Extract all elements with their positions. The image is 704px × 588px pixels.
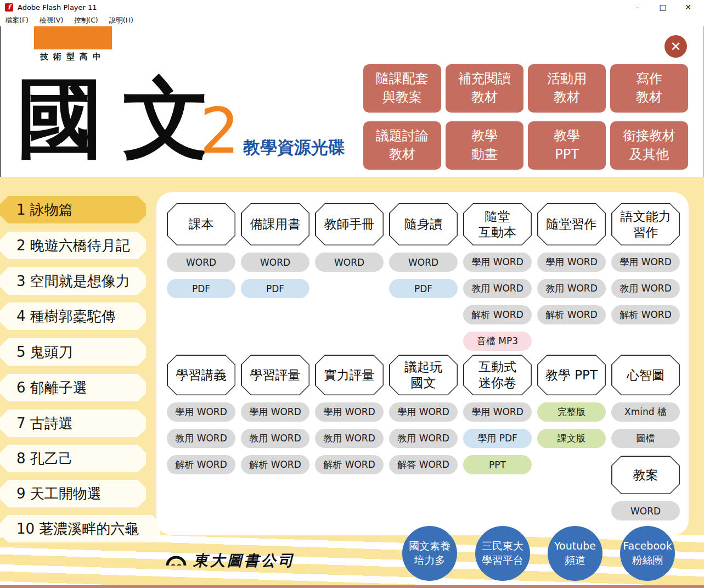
menu-file[interactable]: 檔案(F) bbox=[5, 16, 29, 25]
btn-ls-student-word[interactable]: 學用 WORD bbox=[611, 253, 680, 272]
column-interactive-mini-quiz: 互動式 迷你卷 學用 WORD 學用 PDF PPT bbox=[463, 355, 532, 520]
resource-row-1: 課本 WORD PDF 備課用書 WORD PDF 教師手冊 WORD 隨身讀 … bbox=[167, 203, 680, 351]
minimize-button[interactable]: – bbox=[625, 0, 650, 14]
header-line: 隨堂習作 bbox=[547, 216, 597, 232]
btn-ability-teacher-word[interactable]: 教用 WORD bbox=[315, 429, 384, 448]
btn-bridging-materials[interactable]: 銜接教材 及其他 bbox=[610, 121, 688, 170]
btn-cw-teacher-word[interactable]: 教用 WORD bbox=[537, 279, 606, 298]
btn-assess-student-word[interactable]: 學用 WORD bbox=[241, 402, 309, 422]
btn-lesson-plan-word[interactable]: WORD bbox=[611, 501, 680, 520]
sidebar-item-lesson-4[interactable]: 4 種樹郭橐駝傳 bbox=[0, 303, 146, 330]
btn-line: 隨課配套 bbox=[376, 70, 429, 88]
sidebar-item-lesson-7[interactable]: 7 古詩選 bbox=[0, 410, 146, 437]
btn-topic-discussion[interactable]: 議題討論 教材 bbox=[363, 121, 441, 170]
window-title: Adobe Flash Player 11 bbox=[18, 3, 97, 12]
header-line: 互動本 bbox=[478, 225, 516, 240]
flash-player-icon: f bbox=[5, 3, 13, 12]
header-line: 備課用書 bbox=[250, 216, 301, 232]
column-teaching-ppt: 教學 PPT 完整版 課文版 bbox=[537, 355, 606, 520]
column-class-workbook: 隨堂習作 學用 WORD 教用 WORD 解析 WORD bbox=[537, 203, 606, 351]
btn-assess-teacher-word[interactable]: 教用 WORD bbox=[241, 429, 309, 448]
btn-handout-student-word[interactable]: 學用 WORD bbox=[167, 402, 235, 422]
btn-ppt-text-version[interactable]: 課文版 bbox=[537, 429, 606, 448]
sidebar-item-lesson-9[interactable]: 9 天工開物選 bbox=[0, 480, 146, 507]
close-icon[interactable]: ✕ bbox=[664, 35, 687, 58]
btn-fun-student-word[interactable]: 學用 WORD bbox=[389, 402, 458, 422]
window-close-button[interactable]: ✕ bbox=[675, 0, 701, 14]
sidebar-item-lesson-5[interactable]: 5 鬼頭刀 bbox=[0, 338, 146, 366]
link-youtube-channel[interactable]: Youtube 頻道 bbox=[548, 526, 602, 581]
column-interactive-workbook: 隨堂 互動本 學用 WORD 教用 WORD 解析 WORD 音檔 MP3 bbox=[463, 203, 532, 351]
header-line: 心智圖 bbox=[627, 367, 664, 383]
btn-line: 活動用 bbox=[547, 70, 587, 88]
link-learning-platform[interactable]: 三民東大 學習平台 bbox=[475, 526, 530, 581]
circle-line: 學習平台 bbox=[482, 553, 523, 568]
btn-cw-analysis-word[interactable]: 解析 WORD bbox=[537, 305, 606, 324]
btn-ppt-full-version[interactable]: 完整版 bbox=[537, 402, 606, 422]
btn-ls-analysis-word[interactable]: 解析 WORD bbox=[611, 305, 680, 324]
btn-ability-analysis-word[interactable]: 解析 WORD bbox=[315, 455, 384, 474]
btn-line: 教材 bbox=[554, 88, 580, 107]
menu-bar: 檔案(F) 檢視(V) 控制(C) 說明(H) bbox=[0, 14, 704, 26]
header-line: 國文 bbox=[411, 375, 436, 391]
sidebar-item-lesson-10[interactable]: 10 荖濃溪畔的六龜 bbox=[0, 515, 160, 542]
header-lesson-plan: 教案 bbox=[611, 456, 680, 494]
btn-quiz-student-pdf[interactable]: 學用 PDF bbox=[463, 429, 532, 448]
maximize-button[interactable]: □ bbox=[650, 0, 675, 14]
btn-ability-student-word[interactable]: 學用 WORD bbox=[315, 402, 384, 422]
btn-writing-materials[interactable]: 寫作 教材 bbox=[610, 64, 688, 113]
btn-reader-word[interactable]: WORD bbox=[389, 253, 458, 272]
link-chinese-literacy[interactable]: 國文素養 培力多 bbox=[402, 526, 457, 581]
column-teacher-manual: 教師手冊 WORD bbox=[315, 203, 384, 351]
sidebar-item-lesson-1[interactable]: 1 詠物篇 bbox=[0, 196, 146, 223]
btn-activity-materials[interactable]: 活動用 教材 bbox=[528, 64, 606, 113]
btn-assess-analysis-word[interactable]: 解析 WORD bbox=[241, 455, 309, 474]
btn-prep-word[interactable]: WORD bbox=[241, 253, 309, 272]
btn-fun-teacher-word[interactable]: 教用 WORD bbox=[389, 429, 458, 448]
sidebar-item-lesson-3[interactable]: 3 空間就是想像力 bbox=[0, 267, 146, 295]
btn-lesson-package[interactable]: 隨課配套 與教案 bbox=[363, 64, 441, 113]
menu-view[interactable]: 檢視(V) bbox=[40, 16, 63, 25]
btn-prep-pdf[interactable]: PDF bbox=[241, 279, 309, 298]
btn-quiz-student-word[interactable]: 學用 WORD bbox=[463, 402, 532, 422]
btn-line: PPT bbox=[555, 145, 579, 164]
circle-line: 三民東大 bbox=[482, 539, 523, 553]
btn-ls-teacher-word[interactable]: 教用 WORD bbox=[611, 279, 680, 298]
btn-textbook-word[interactable]: WORD bbox=[167, 253, 235, 272]
menu-control[interactable]: 控制(C) bbox=[74, 16, 98, 25]
btn-teaching-ppt[interactable]: 教學 PPT bbox=[528, 121, 606, 170]
sidebar-item-lesson-6[interactable]: 6 郁離子選 bbox=[0, 374, 146, 401]
page-title: 國文 bbox=[16, 68, 229, 168]
title-bar: f Adobe Flash Player 11 – □ ✕ bbox=[0, 0, 704, 14]
btn-fun-answer-word[interactable]: 解答 WORD bbox=[389, 455, 458, 474]
btn-iwb-audio-mp3[interactable]: 音檔 MP3 bbox=[463, 332, 532, 351]
btn-iwb-teacher-word[interactable]: 教用 WORD bbox=[463, 279, 532, 298]
btn-cw-student-word[interactable]: 學用 WORD bbox=[537, 253, 606, 272]
header-textbook: 課本 bbox=[167, 203, 235, 245]
disc-subtitle: 教學資源光碟 bbox=[243, 136, 345, 159]
sidebar-item-lesson-8[interactable]: 8 孔乙己 bbox=[0, 445, 146, 472]
publisher-name: 東大圖書公司 bbox=[193, 551, 295, 570]
header-line: 教師手冊 bbox=[324, 216, 375, 232]
btn-quiz-ppt[interactable]: PPT bbox=[463, 455, 532, 474]
menu-help[interactable]: 說明(H) bbox=[109, 16, 133, 25]
link-facebook-fans[interactable]: Facebook 粉絲團 bbox=[620, 526, 675, 581]
btn-manual-word[interactable]: WORD bbox=[315, 253, 384, 272]
resource-panel: 課本 WORD PDF 備課用書 WORD PDF 教師手冊 WORD 隨身讀 … bbox=[156, 192, 689, 535]
btn-handout-teacher-word[interactable]: 教用 WORD bbox=[167, 429, 235, 448]
school-type-caption: 技術型高中 bbox=[31, 52, 115, 62]
btn-reader-pdf[interactable]: PDF bbox=[389, 279, 458, 298]
btn-supplementary-reading[interactable]: 補充閱讀 教材 bbox=[446, 64, 523, 113]
btn-mindmap-image[interactable]: 圖檔 bbox=[611, 429, 680, 448]
btn-teaching-animation[interactable]: 教學 動畫 bbox=[446, 121, 523, 170]
header-class-workbook: 隨堂習作 bbox=[537, 203, 606, 245]
sidebar-item-lesson-2[interactable]: 2 晚遊六橋待月記 bbox=[0, 232, 146, 259]
column-ability-assessment: 實力評量 學用 WORD 教用 WORD 解析 WORD bbox=[315, 355, 384, 520]
btn-mindmap-xmind[interactable]: Xmind 檔 bbox=[611, 402, 680, 422]
column-pocket-reader: 隨身讀 WORD PDF bbox=[389, 203, 458, 351]
header-line: 隨堂 bbox=[485, 209, 510, 225]
btn-iwb-analysis-word[interactable]: 解析 WORD bbox=[463, 305, 532, 324]
btn-iwb-student-word[interactable]: 學用 WORD bbox=[463, 253, 532, 272]
btn-handout-analysis-word[interactable]: 解析 WORD bbox=[167, 455, 235, 474]
btn-textbook-pdf[interactable]: PDF bbox=[167, 279, 235, 298]
